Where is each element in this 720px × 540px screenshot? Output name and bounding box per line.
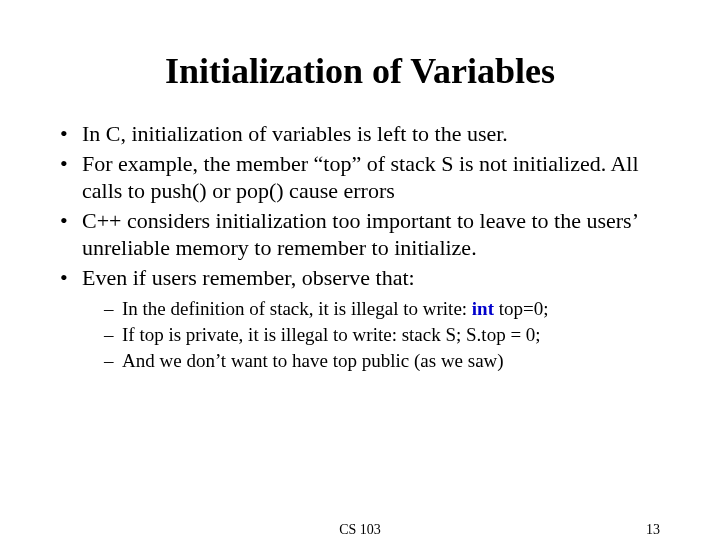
sub-bullet-item: And we don’t want to have top public (as… xyxy=(104,349,660,373)
main-bullet-list: In C, initialization of variables is lef… xyxy=(60,120,660,372)
footer-course: CS 103 xyxy=(339,522,381,538)
bullet-item: Even if users remember, observe that: In… xyxy=(60,264,660,373)
bullet-text: Even if users remember, observe that: xyxy=(82,265,415,290)
sub-bullet-list: In the definition of stack, it is illega… xyxy=(104,297,660,372)
bullet-item: For example, the member “top” of stack S… xyxy=(60,150,660,205)
sub-text: In the definition of stack, it is illega… xyxy=(122,298,472,319)
bullet-item: In C, initialization of variables is lef… xyxy=(60,120,660,148)
footer-page-number: 13 xyxy=(646,522,660,538)
sub-text: top=0; xyxy=(494,298,549,319)
bullet-item: C++ considers initialization too importa… xyxy=(60,207,660,262)
sub-bullet-item: If top is private, it is illegal to writ… xyxy=(104,323,660,347)
sub-bullet-item: In the definition of stack, it is illega… xyxy=(104,297,660,321)
keyword-int: int xyxy=(472,298,494,319)
slide-title: Initialization of Variables xyxy=(60,50,660,92)
